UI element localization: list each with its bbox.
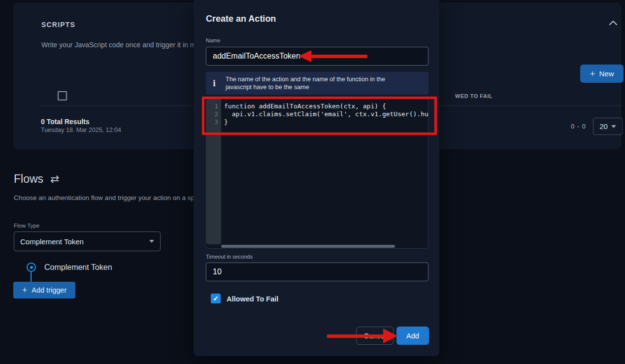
results-timestamp: Tuesday 18. Mar 2025, 12:04 (41, 127, 121, 133)
select-all-checkbox[interactable] (58, 91, 67, 100)
code-line: api.v1.claims.setClaim('email', ctx.v1.g… (224, 110, 428, 118)
info-icon: i (213, 79, 216, 88)
info-banner-text: The name of the action and the name of t… (226, 75, 413, 91)
pagination-range: 0 - 0 (571, 123, 586, 130)
flows-title-text: Flows (14, 172, 43, 186)
page-size-value: 20 (599, 122, 608, 131)
collapse-chevron-up-icon[interactable] (608, 18, 622, 30)
plus-icon: + (590, 69, 595, 78)
page-size-select[interactable]: 20 (593, 118, 623, 135)
new-button-label: New (599, 69, 614, 78)
flow-node-dot (30, 266, 33, 269)
action-name-input[interactable] (206, 47, 428, 66)
flow-connector-line (31, 272, 32, 282)
caret-down-icon (611, 125, 616, 128)
flow-type-select[interactable]: Complement Token (14, 232, 161, 251)
name-field-label: Name (206, 37, 220, 43)
editor-line-number-gutter: 1 2 3 (206, 99, 221, 244)
code-line: function addEmailToAccessToken(ctx, api)… (224, 102, 428, 110)
editor-horizontal-scrollbar[interactable] (221, 245, 395, 248)
line-number: 3 (206, 118, 221, 126)
script-code-editor[interactable]: 1 2 3 function addEmailToAccessToken(ctx… (206, 99, 428, 249)
info-banner: i The name of the action and the name of… (206, 72, 428, 95)
flow-type-value: Complement Token (20, 237, 84, 246)
flow-node-label: Complement Token (44, 263, 112, 272)
caret-down-icon (149, 240, 154, 243)
code-line: } (224, 118, 428, 126)
add-trigger-label: Add trigger (32, 286, 66, 294)
flows-description: Choose an authentication flow and trigge… (14, 194, 195, 201)
plus-icon: + (22, 286, 28, 295)
allowed-to-fail-checkbox[interactable]: ✓ (211, 294, 221, 303)
add-button[interactable]: Add (396, 327, 429, 345)
line-number: 1 (206, 102, 221, 110)
new-action-button[interactable]: + New (580, 65, 624, 83)
allowed-to-fail-label: Allowed To Fail (227, 295, 278, 303)
add-trigger-button[interactable]: + Add trigger (13, 282, 75, 298)
line-number: 2 (206, 110, 221, 118)
cancel-button[interactable]: Cancel (356, 327, 394, 345)
allowed-to-fail-column-header: WED TO FAIL (455, 93, 493, 99)
flow-node-icon (27, 263, 36, 272)
flows-section-title: Flows ⇄ (14, 172, 60, 186)
timeout-field-label: Timeout in seconds (206, 254, 253, 260)
total-results-label: 0 Total Results (41, 118, 90, 126)
compare-arrows-icon: ⇄ (50, 173, 59, 185)
checkmark-icon: ✓ (213, 295, 219, 302)
scripts-section-title: SCRIPTS (41, 21, 75, 29)
editor-code-area[interactable]: function addEmailToAccessToken(ctx, api)… (221, 99, 428, 244)
scripts-description: Write your JavaScript code once and trig… (41, 41, 214, 49)
timeout-input[interactable] (206, 263, 428, 281)
dialog-title: Create an Action (206, 14, 276, 24)
create-action-dialog: Create an Action Name i The name of the … (194, 0, 439, 356)
actions-page: SCRIPTS Write your JavaScript code once … (0, 0, 625, 364)
flow-type-label: Flow Type (14, 223, 39, 229)
